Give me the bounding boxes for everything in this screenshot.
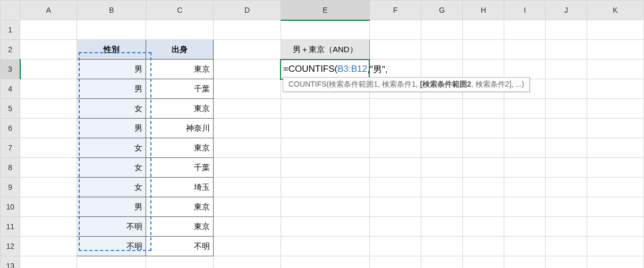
cell-G12[interactable]	[421, 237, 463, 256]
cell-A7[interactable]	[20, 138, 77, 158]
cell-B7[interactable]: 女	[77, 138, 146, 158]
row-header-2[interactable]: 2	[1, 40, 20, 60]
cell-J2[interactable]	[545, 40, 587, 60]
cell-A3[interactable]	[20, 60, 77, 79]
col-header-C[interactable]: C	[146, 1, 214, 20]
cell-B1[interactable]	[77, 20, 146, 40]
cell-H5[interactable]	[463, 99, 504, 119]
cell-D6[interactable]	[214, 119, 281, 138]
cell-D1[interactable]	[214, 20, 281, 40]
cell-G13[interactable]	[421, 256, 463, 269]
cell-H7[interactable]	[463, 138, 504, 158]
row-header-6[interactable]: 6	[1, 119, 20, 138]
cell-I11[interactable]	[504, 217, 546, 237]
cell-J7[interactable]	[545, 138, 587, 158]
row-header-1[interactable]: 1	[1, 20, 20, 40]
cell-K7[interactable]	[587, 138, 643, 158]
cell-I10[interactable]	[504, 197, 546, 217]
cell-D9[interactable]	[214, 178, 281, 197]
col-header-H[interactable]: H	[463, 1, 504, 20]
cell-D5[interactable]	[214, 99, 281, 119]
cell-K6[interactable]	[587, 119, 643, 138]
cell-G9[interactable]	[421, 178, 463, 197]
cell-I2[interactable]	[504, 40, 546, 60]
cell-I7[interactable]	[504, 138, 546, 158]
cell-C12[interactable]: 不明	[146, 237, 214, 256]
col-header-A[interactable]: A	[20, 1, 77, 20]
row-header-4[interactable]: 4	[1, 79, 20, 99]
cell-H12[interactable]	[463, 237, 504, 256]
cell-I8[interactable]	[504, 158, 546, 178]
col-header-K[interactable]: K	[587, 1, 643, 20]
cell-J9[interactable]	[545, 178, 587, 197]
cell-H8[interactable]	[463, 158, 504, 178]
cell-F1[interactable]	[369, 20, 421, 40]
cell-E5[interactable]	[281, 99, 369, 119]
col-header-D[interactable]: D	[214, 1, 281, 20]
tooltip-arg2[interactable]: 検索条件1	[382, 80, 416, 88]
cell-G8[interactable]	[421, 158, 463, 178]
cell-E13[interactable]	[281, 256, 369, 269]
col-header-G[interactable]: G	[421, 1, 463, 20]
cell-H10[interactable]	[463, 197, 504, 217]
cell-C13[interactable]	[146, 256, 214, 269]
cell-J10[interactable]	[545, 197, 587, 217]
cell-B6[interactable]: 男	[77, 119, 146, 138]
cell-B11[interactable]: 不明	[77, 217, 146, 237]
cell-K12[interactable]	[587, 237, 643, 256]
formula-editor[interactable]: =COUNTIFS(B3:B12,"男",	[281, 60, 388, 79]
cell-D11[interactable]	[214, 217, 281, 237]
cell-I13[interactable]	[504, 256, 546, 269]
cell-I12[interactable]	[504, 237, 546, 256]
cell-E9[interactable]	[281, 178, 369, 197]
cell-D13[interactable]	[214, 256, 281, 269]
cell-I9[interactable]	[504, 178, 546, 197]
cell-C8[interactable]: 千葉	[146, 158, 214, 178]
cell-A13[interactable]	[20, 256, 77, 269]
cell-B2[interactable]: 性別	[77, 40, 146, 60]
cell-C3[interactable]: 東京	[146, 60, 214, 79]
cell-E2[interactable]: 男＋東京（AND）	[281, 40, 369, 60]
cell-H9[interactable]	[463, 178, 504, 197]
cell-A10[interactable]	[20, 197, 77, 217]
cell-C10[interactable]: 東京	[146, 197, 214, 217]
row-header-13[interactable]: 13	[1, 256, 20, 269]
cell-A5[interactable]	[20, 99, 77, 119]
row-header-12[interactable]: 12	[1, 237, 20, 256]
cell-C9[interactable]: 埼玉	[146, 178, 214, 197]
cell-A9[interactable]	[20, 178, 77, 197]
cell-G7[interactable]	[421, 138, 463, 158]
cell-A12[interactable]	[20, 237, 77, 256]
cell-F8[interactable]	[369, 158, 421, 178]
cell-H13[interactable]	[463, 256, 504, 269]
row-header-8[interactable]: 8	[1, 158, 20, 178]
cell-H3[interactable]	[463, 60, 504, 79]
cell-K3[interactable]	[587, 60, 643, 79]
cell-B13[interactable]	[77, 256, 146, 269]
row-header-3[interactable]: 3	[1, 60, 20, 79]
cell-D3[interactable]	[214, 60, 281, 79]
cell-A1[interactable]	[20, 20, 77, 40]
cell-H1[interactable]	[463, 20, 504, 40]
cell-C2[interactable]: 出身	[146, 40, 214, 60]
cell-D7[interactable]	[214, 138, 281, 158]
function-tooltip[interactable]: COUNTIFS(検索条件範囲1, 検索条件1, [検索条件範囲2, 検索条件2…	[283, 77, 530, 92]
cell-C1[interactable]	[146, 20, 214, 40]
cell-G6[interactable]	[421, 119, 463, 138]
cell-F13[interactable]	[369, 256, 421, 269]
cell-A11[interactable]	[20, 217, 77, 237]
cell-D10[interactable]	[214, 197, 281, 217]
cell-F12[interactable]	[369, 237, 421, 256]
cell-G10[interactable]	[421, 197, 463, 217]
cell-F7[interactable]	[369, 138, 421, 158]
cell-E7[interactable]	[281, 138, 369, 158]
tooltip-arg4[interactable]: 検索条件2]	[476, 80, 512, 88]
cell-G5[interactable]	[421, 99, 463, 119]
cell-I6[interactable]	[504, 119, 546, 138]
cell-D8[interactable]	[214, 158, 281, 178]
cell-K13[interactable]	[587, 256, 643, 269]
cell-K1[interactable]	[587, 20, 643, 40]
cell-A6[interactable]	[20, 119, 77, 138]
cell-C11[interactable]: 東京	[146, 217, 214, 237]
row-header-10[interactable]: 10	[1, 197, 20, 217]
